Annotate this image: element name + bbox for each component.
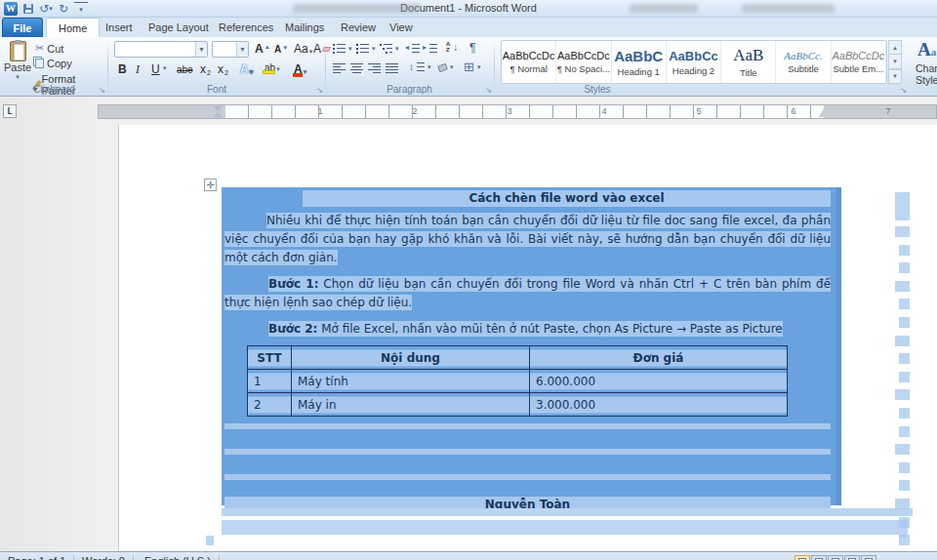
doc-title[interactable]: Cách chèn file word vào excel (303, 190, 831, 207)
font-color-button[interactable]: A▾ (292, 61, 308, 77)
italic-button[interactable]: I (134, 61, 142, 78)
print-layout-view-button[interactable] (794, 555, 810, 560)
table-cell[interactable]: 6.000.000 (530, 370, 788, 393)
subscript-button[interactable]: x2 (198, 61, 213, 77)
tab-home[interactable]: Home (46, 18, 100, 37)
numbering-button[interactable]: ▾ (354, 42, 378, 55)
horizontal-ruler[interactable]: 1 2 3 4 5 6 7 (98, 104, 937, 119)
strikethrough-button[interactable]: abe (175, 63, 195, 76)
fullscreen-reading-view-button[interactable] (811, 555, 827, 560)
table-move-handle-icon[interactable]: ✛ (204, 179, 217, 191)
sort-button[interactable]: AZ ↓ (444, 40, 460, 54)
paste-dropdown-icon[interactable]: ▾ (16, 73, 20, 81)
paragraph-dialog-launcher[interactable]: ↘ (485, 87, 492, 95)
font-size-combo[interactable]: ▼ (212, 41, 249, 58)
style-normal[interactable]: AaBbCcDc ¶ Normal (502, 41, 556, 83)
chevron-down-icon: ▾ (163, 64, 167, 72)
word-window: W ↺▾ ↻ ▾ Document1 - Microsoft Word File… (0, 0, 937, 560)
table-header-cell[interactable]: STT (248, 346, 292, 370)
doc-step1[interactable]: Bước 1: Chọn dữ liệu bạn cần chuyển đổi … (224, 275, 831, 312)
draft-view-button[interactable] (861, 555, 876, 560)
row-end-marker (899, 372, 910, 382)
style-label: Title (740, 67, 757, 78)
tab-file[interactable]: File (2, 18, 43, 37)
hanging-indent-marker[interactable] (213, 112, 223, 117)
ruler-number: 6 (791, 106, 795, 116)
superscript-button[interactable]: x2 (216, 61, 230, 77)
bullets-button[interactable]: ▾ (331, 42, 354, 55)
first-line-indent-marker[interactable] (213, 106, 223, 111)
multilevel-list-icon (380, 43, 392, 54)
decrease-indent-button[interactable]: ◂ (405, 42, 422, 55)
style-label: ¶ Normal (509, 63, 547, 74)
clipboard-dialog-launcher[interactable]: ↘ (99, 87, 105, 95)
selection-artifact (222, 520, 908, 535)
align-center-button[interactable] (348, 62, 365, 75)
status-page-count[interactable]: Page: 1 of 1 (0, 555, 74, 560)
chevron-down-icon: ▾ (276, 65, 280, 73)
right-margin-marker[interactable] (819, 106, 825, 117)
style-subtle-emphasis[interactable]: AaBbCcDc Subtle Em... (832, 41, 886, 83)
multilevel-list-button[interactable]: ▾ (378, 42, 401, 55)
price-table[interactable]: STT Nội dung Đơn giá 1 Máy tính 6.000.00… (247, 345, 788, 417)
style-heading1[interactable]: AaBbC Heading 1 (612, 41, 667, 83)
tab-view[interactable]: View (378, 18, 425, 37)
shading-bucket-icon (437, 62, 448, 72)
cut-button[interactable]: ✂ Cut (33, 41, 65, 56)
table-cell[interactable]: Máy tính (292, 370, 530, 393)
chevron-down-icon[interactable]: ▼ (195, 42, 207, 57)
align-center-icon (350, 63, 363, 74)
selected-content-block[interactable]: Cách chèn file word vào excel Nhiều khi … (222, 187, 841, 505)
tab-stop-selector[interactable]: L (3, 104, 17, 118)
document-page[interactable]: ✛ Cách chèn file word vào excel Nhiều kh… (119, 125, 937, 551)
table-cell[interactable]: 1 (248, 370, 292, 393)
table-cell[interactable]: 2 (248, 393, 292, 417)
gallery-scroll-up[interactable]: ▲ (888, 40, 902, 55)
borders-button[interactable]: ⊞ ▾ (462, 60, 482, 73)
text-effects-button[interactable]: A▾ (238, 61, 255, 77)
table-header-cell[interactable]: Nội dung (292, 346, 530, 370)
doc-step2[interactable]: Bước 2: Mở file Excel, nhấn vào mũi tên … (224, 320, 831, 339)
line-spacing-button[interactable]: ↕ ▾ (407, 60, 433, 73)
status-language[interactable]: English (U.S.) (137, 555, 220, 560)
gallery-more-button[interactable]: ▼ (888, 69, 902, 84)
chevron-down-icon[interactable]: ▼ (236, 42, 248, 57)
highlight-button[interactable]: ab▾ (263, 61, 282, 74)
underline-button[interactable]: U (149, 61, 162, 77)
style-sample: AaBbCcDc (503, 50, 555, 61)
bold-button[interactable]: B (116, 61, 129, 77)
font-dialog-launcher[interactable]: ↘ (316, 87, 323, 95)
web-layout-view-button[interactable] (828, 555, 843, 560)
table-cell[interactable]: Máy in (292, 393, 530, 417)
tab-mailings[interactable]: Mailings (273, 18, 336, 37)
font-color-bar (293, 73, 303, 77)
style-no-spacing[interactable]: AaBbCcDc ¶ No Spaci... (556, 41, 611, 83)
underline-dropdown[interactable]: ▾ (161, 63, 169, 73)
style-heading2[interactable]: AaBbCc Heading 2 (667, 41, 721, 83)
outline-view-button[interactable] (844, 555, 860, 560)
shading-button[interactable]: ▾ (436, 62, 456, 72)
align-right-button[interactable] (366, 62, 383, 75)
show-hide-marks-button[interactable]: ¶ (468, 40, 477, 56)
grow-font-button[interactable]: A▲ (253, 41, 272, 57)
doc-paragraph[interactable]: Nhiều khi để thực hiện tính toán bạn cần… (224, 212, 831, 267)
change-styles-icon: Aa (916, 39, 936, 62)
style-subtitle[interactable]: AaBbCc. Subtitle (776, 41, 831, 83)
align-left-button[interactable] (331, 62, 347, 75)
styles-dialog-launcher[interactable]: ↘ (900, 87, 907, 95)
status-word-count[interactable]: Words: 0 (74, 555, 134, 560)
table-cell[interactable]: 3.000.000 (530, 393, 788, 417)
copy-button[interactable]: Copy (33, 57, 74, 70)
table-header-cell[interactable]: Đơn giá (530, 346, 788, 370)
increase-indent-button[interactable]: ▸ (423, 42, 439, 55)
font-name-combo[interactable]: ▼ (114, 41, 208, 58)
gallery-scroll-down[interactable]: ▼ (888, 55, 902, 68)
row-end-marker (899, 299, 910, 309)
selection-artifact (206, 536, 214, 545)
change-styles-button[interactable]: Aa Change Styles (916, 39, 937, 93)
shrink-font-button[interactable]: A▼ (272, 43, 290, 56)
justify-button[interactable] (384, 62, 400, 75)
style-title[interactable]: AaB Title (721, 41, 776, 83)
view-buttons (794, 555, 876, 560)
document-area: L 1 2 3 4 5 6 7 ✛ Cách chèn file word và… (0, 98, 937, 551)
